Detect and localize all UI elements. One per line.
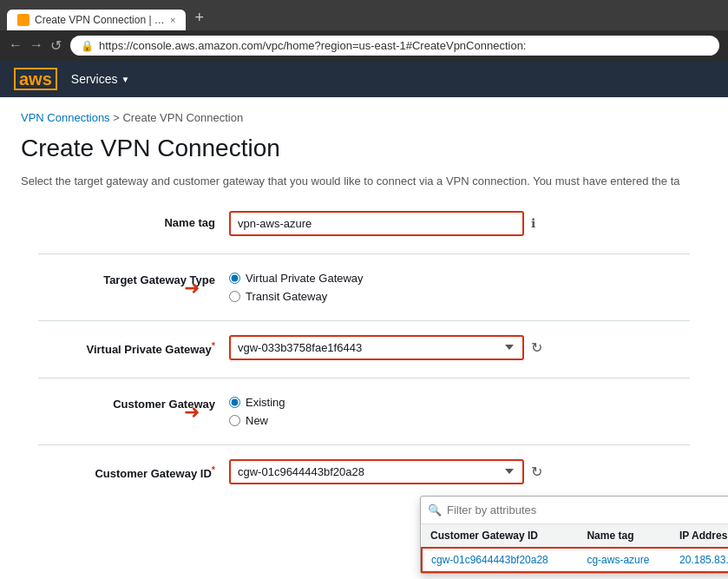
breadcrumb-current: Create VPN Connection [122,111,243,124]
back-button[interactable]: ← [9,37,23,54]
page-description: Select the target gateway and customer g… [21,173,707,190]
dropdown-search-bar: 🔍 [421,497,728,524]
tab-bar: Create VPN Connection | VPC M... × + [7,5,721,30]
dropdown-table-head: Customer Gateway ID Name tag IP Address … [422,524,728,548]
page-title: Create VPN Connection [21,135,707,162]
virtual-private-gateway-refresh-icon[interactable]: ↻ [531,339,542,356]
customer-gateway-id-control: cgw-01c9644443bf20a28 ↻ 🔍 Customer Gatew… [229,459,690,484]
name-tag-input[interactable] [229,211,524,236]
customer-gateway-radio-group: Existing New [229,392,285,427]
services-label: Services [71,72,118,86]
dropdown-filter-input[interactable] [447,503,728,516]
breadcrumb-vpn-connections-link[interactable]: VPN Connections [21,111,110,124]
col-customer-gateway-id: Customer Gateway ID [422,524,578,548]
virtual-private-gateway-label: Virtual Private Gateway [246,272,364,285]
new-label: New [246,414,268,427]
existing-radio[interactable] [229,397,240,408]
services-chevron-icon: ▼ [121,75,130,84]
transit-gateway-option[interactable]: Transit Gateway [229,290,364,303]
dropdown-row-name-tag: cg-aws-azure [578,548,671,572]
virtual-private-gateway-control: vgw-033b3758fae1f6443 ↻ [229,335,690,360]
transit-gateway-label: Transit Gateway [246,290,327,303]
divider-2 [38,320,690,321]
new-option[interactable]: New [229,414,285,427]
tab-close-button[interactable]: × [170,15,175,25]
dropdown-table-header-row: Customer Gateway ID Name tag IP Address … [422,524,728,548]
divider-4 [38,444,690,445]
customer-gateway-label: Customer Gateway [38,392,229,411]
customer-gateway-row: ➜ Customer Gateway Existing New [38,392,690,427]
arrow-annotation-2: ➜ [184,401,200,424]
virtual-private-gateway-select[interactable]: vgw-033b3758fae1f6443 [229,335,524,360]
address-bar: ← → ↺ 🔒 https://console.aws.amazon.com/v… [0,30,728,61]
dropdown-table-body: cgw-01c9644443bf20a28 cg-aws-azure 20.18… [422,548,728,572]
nav-buttons: ← → ↺ [9,37,62,54]
dropdown-table-row[interactable]: cgw-01c9644443bf20a28 cg-aws-azure 20.18… [422,548,728,572]
breadcrumb: VPN Connections > Create VPN Connection [21,111,707,124]
existing-option[interactable]: Existing [229,396,285,409]
customer-gateway-id-refresh-icon[interactable]: ↻ [531,464,542,480]
dropdown-row-ip: 20.185.83.40 [671,548,728,572]
new-tab-button[interactable]: + [187,5,211,30]
target-gateway-type-row: ➜ Target Gateway Type Virtual Private Ga… [38,268,690,303]
active-tab[interactable]: Create VPN Connection | VPC M... × [7,10,186,30]
existing-label: Existing [246,396,285,409]
refresh-button[interactable]: ↺ [50,37,62,54]
target-gateway-control: Virtual Private Gateway Transit Gateway [229,268,690,303]
customer-gateway-id-label: Customer Gateway ID* [38,459,229,480]
new-radio[interactable] [229,415,240,426]
tab-title: Create VPN Connection | VPC M... [35,14,165,26]
name-tag-row: Name tag ℹ [38,211,690,236]
tab-favicon [17,14,30,26]
virtual-private-gateway-row: Virtual Private Gateway* vgw-033b3758fae… [38,335,690,360]
customer-gateway-dropdown-popup: 🔍 Customer Gateway ID Name tag IP Addres… [420,496,728,574]
customer-gateway-control: Existing New [229,392,690,427]
page-content: VPN Connections > Create VPN Connection … [0,97,728,579]
lock-icon: 🔒 [81,40,94,52]
target-gateway-label: Target Gateway Type [38,268,229,286]
transit-gateway-radio[interactable] [229,291,240,302]
name-tag-label: Name tag [38,211,229,229]
dropdown-search-icon: 🔍 [428,503,442,516]
divider-3 [38,378,690,378]
virtual-private-gateway-field-label: Virtual Private Gateway* [38,335,229,356]
arrow-annotation-1: ➜ [184,277,200,299]
name-tag-control: ℹ [229,211,690,236]
name-tag-info-icon: ℹ [531,216,535,230]
dropdown-table: Customer Gateway ID Name tag IP Address … [421,524,728,573]
services-menu[interactable]: Services ▼ [71,72,130,86]
customer-gateway-id-select[interactable]: cgw-01c9644443bf20a28 [229,459,524,484]
virtual-private-gateway-option[interactable]: Virtual Private Gateway [229,272,364,285]
url-text: https://console.aws.amazon.com/vpc/home?… [99,39,526,52]
col-name-tag: Name tag [578,524,671,548]
col-ip-address: IP Address [671,524,728,548]
divider-1 [38,253,690,254]
aws-logo[interactable]: aws [14,68,57,90]
forward-button[interactable]: → [30,37,43,54]
customer-gateway-id-row: Customer Gateway ID* cgw-01c9644443bf20a… [38,459,690,484]
target-gateway-radio-group: Virtual Private Gateway Transit Gateway [229,268,364,303]
customer-gateway-id-select-wrapper: cgw-01c9644443bf20a28 ↻ [229,459,542,484]
browser-chrome: Create VPN Connection | VPC M... × + [0,0,728,30]
breadcrumb-separator: > [113,111,122,124]
url-bar[interactable]: 🔒 https://console.aws.amazon.com/vpc/hom… [70,36,719,56]
virtual-private-gateway-radio[interactable] [229,273,240,284]
virtual-private-gateway-select-wrapper: vgw-033b3758fae1f6443 ↻ [229,335,542,360]
dropdown-row-id: cgw-01c9644443bf20a28 [422,548,578,572]
aws-nav: aws Services ▼ [0,61,728,97]
create-vpn-form: Name tag ℹ ➜ Target Gateway Type Virtual… [21,211,707,580]
